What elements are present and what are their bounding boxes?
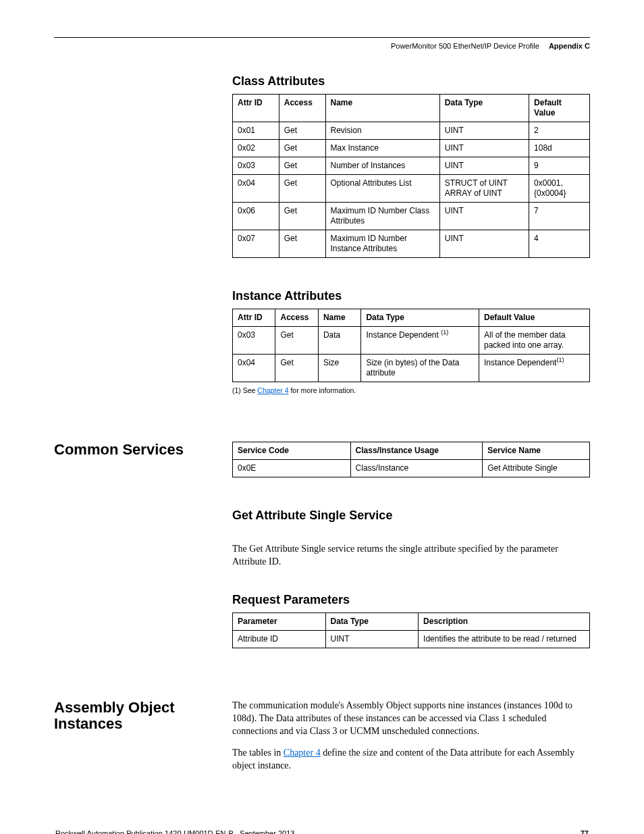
- col-header: Access: [279, 95, 325, 122]
- table-row: 0x03 Get Data Instance Dependent (1) All…: [233, 327, 590, 355]
- table-row: Attribute ID UINT Identifies the attribu…: [233, 630, 590, 648]
- assembly-object-instances-section: Assembly Object Instances The communicat…: [54, 700, 590, 782]
- publication-info: Rockwell Automation Publication 1420-UM0…: [55, 829, 294, 834]
- running-header: PowerMonitor 500 EtherNet/IP Device Prof…: [54, 42, 590, 50]
- cell-with-footnote: Instance Dependent (1): [361, 327, 479, 355]
- table-header-row: Parameter Data Type Description: [233, 613, 590, 630]
- col-header: Service Code: [233, 442, 351, 460]
- instance-attributes-table: Attr ID Access Name Data Type Default Va…: [232, 309, 590, 382]
- col-header: Default Value: [479, 309, 589, 327]
- table-row: 0x02GetMax InstanceUINT108d: [233, 140, 590, 157]
- chapter-4-link[interactable]: Chapter 4: [257, 386, 288, 394]
- get-attribute-single-body: The Get Attribute Single service returns…: [232, 543, 590, 569]
- table-row: 0x07GetMaximum ID Number Instance Attrib…: [233, 230, 590, 258]
- col-header: Class/Instance Usage: [350, 442, 483, 460]
- get-attribute-single-heading: Get Attribute Single Service: [232, 509, 590, 523]
- table-footnote: (1) See Chapter 4 for more information.: [232, 386, 590, 394]
- page-footer: Rockwell Automation Publication 1420-UM0…: [54, 829, 590, 834]
- table-header-row: Attr ID Access Name Data Type Default Va…: [233, 309, 590, 327]
- instance-attributes-section: Instance Attributes Attr ID Access Name …: [54, 289, 590, 394]
- col-header: Data Type: [361, 309, 479, 327]
- class-attributes-heading: Class Attributes: [232, 74, 590, 88]
- cell-with-footnote: Instance Dependent(1): [479, 355, 589, 382]
- assembly-object-instances-heading: Assembly Object Instances: [54, 700, 221, 732]
- col-header: Parameter: [233, 613, 326, 630]
- col-header: Default Value: [529, 95, 590, 122]
- doc-title: PowerMonitor 500 EtherNet/IP Device Prof…: [391, 42, 539, 50]
- page-number: 77: [581, 829, 589, 834]
- request-parameters-section: Request Parameters Parameter Data Type D…: [54, 593, 590, 652]
- common-services-heading: Common Services: [54, 442, 221, 458]
- col-header: Attr ID: [233, 95, 279, 122]
- col-header: Description: [419, 613, 590, 630]
- assembly-body-1: The communication module's Assembly Obje…: [232, 700, 590, 738]
- col-header: Service Name: [483, 442, 590, 460]
- chapter-4-link[interactable]: Chapter 4: [284, 748, 321, 758]
- col-header: Name: [318, 309, 360, 327]
- col-header: Name: [325, 95, 439, 122]
- table-row: 0x0E Class/Instance Get Attribute Single: [233, 460, 590, 477]
- col-header: Data Type: [439, 95, 529, 122]
- table-row: 0x03GetNumber of InstancesUINT9: [233, 157, 590, 175]
- class-attributes-section: Class Attributes Attr ID Access Name Dat…: [54, 74, 590, 262]
- request-parameters-heading: Request Parameters: [232, 593, 590, 607]
- table-row: 0x06GetMaximum ID Number Class Attribute…: [233, 203, 590, 230]
- instance-attributes-heading: Instance Attributes: [232, 289, 590, 303]
- page: PowerMonitor 500 EtherNet/IP Device Prof…: [0, 0, 644, 834]
- common-services-section: Common Services Service Code Class/Insta…: [54, 442, 590, 481]
- chapter-label: Appendix C: [549, 42, 590, 50]
- request-parameters-table: Parameter Data Type Description Attribut…: [232, 613, 590, 648]
- class-attributes-table: Attr ID Access Name Data Type Default Va…: [232, 94, 590, 258]
- table-row: 0x01GetRevisionUINT2: [233, 122, 590, 140]
- col-header: Attr ID: [233, 309, 275, 327]
- table-header-row: Service Code Class/Instance Usage Servic…: [233, 442, 590, 460]
- header-rule: [54, 37, 590, 38]
- table-row: 0x04 Get Size Size (in bytes) of the Dat…: [233, 355, 590, 382]
- common-services-table: Service Code Class/Instance Usage Servic…: [232, 442, 590, 477]
- table-header-row: Attr ID Access Name Data Type Default Va…: [233, 95, 590, 122]
- col-header: Data Type: [325, 613, 419, 630]
- col-header: Access: [275, 309, 318, 327]
- table-row: 0x04GetOptional Attributes ListSTRUCT of…: [233, 175, 590, 203]
- get-attribute-single-section: Get Attribute Single Service The Get Att…: [54, 509, 590, 578]
- assembly-body-2: The tables in Chapter 4 define the size …: [232, 747, 590, 773]
